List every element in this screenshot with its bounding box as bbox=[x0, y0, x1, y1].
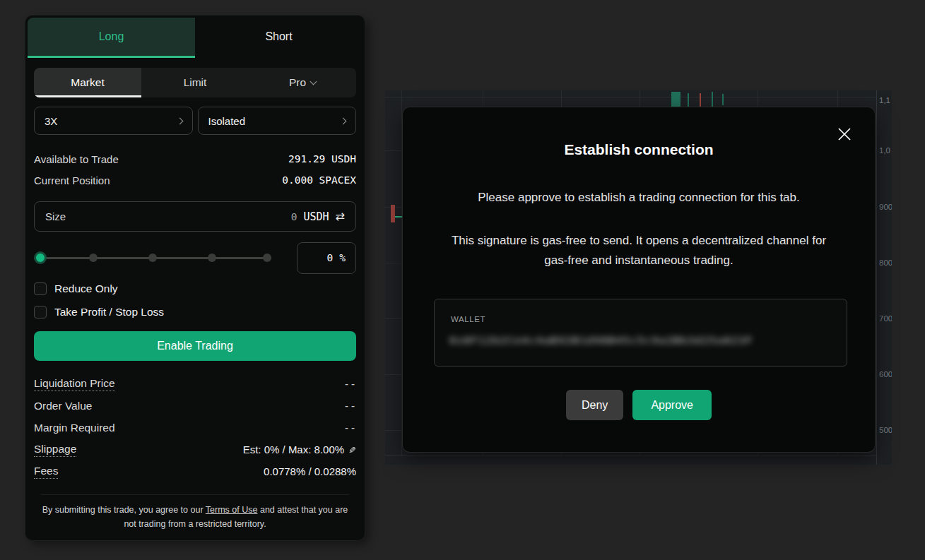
size-unit: USDH bbox=[303, 210, 329, 223]
tab-pro[interactable]: Pro bbox=[249, 68, 356, 97]
detail-row-slippage: Slippage Est: 0% / Max: 8.00%✎ bbox=[34, 439, 356, 460]
close-icon[interactable] bbox=[837, 126, 852, 142]
detail-value: 0.0778% / 0.0288% bbox=[264, 465, 356, 477]
reduce-only-label: Reduce Only bbox=[54, 282, 118, 295]
slider-step[interactable] bbox=[263, 254, 271, 262]
percent-unit: % bbox=[339, 252, 346, 263]
detail-row-liquidation: Liquidation Price -- bbox=[34, 373, 356, 395]
wallet-label: WALLET bbox=[451, 315, 485, 323]
edit-slippage-icon[interactable]: ✎ bbox=[348, 445, 356, 455]
chevron-right-icon bbox=[176, 117, 183, 124]
margin-mode-value: Isolated bbox=[208, 115, 246, 127]
candle bbox=[688, 93, 689, 108]
establish-connection-modal: Establish connection Please approve to e… bbox=[403, 107, 875, 452]
enable-trading-button[interactable]: Enable Trading bbox=[34, 331, 356, 361]
chart-gridline bbox=[401, 90, 402, 455]
modal-paragraph: Please approve to establish a trading co… bbox=[431, 188, 847, 208]
size-value: 0 bbox=[291, 211, 297, 222]
approve-button[interactable]: Approve bbox=[632, 390, 712, 420]
stat-value: 0.000 SPACEX bbox=[282, 174, 356, 186]
modal-title: Establish connection bbox=[403, 141, 875, 158]
wallet-box: WALLET 0x8F12b2Ce4c4aB92B1d98B45c5c9a2Bb… bbox=[434, 299, 847, 367]
chevron-down-icon bbox=[310, 78, 317, 85]
candle bbox=[700, 93, 701, 108]
price-axis-label: 500 bbox=[879, 425, 892, 435]
detail-value: -- bbox=[343, 400, 356, 412]
detail-label: Margin Required bbox=[34, 422, 115, 434]
deny-button[interactable]: Deny bbox=[566, 390, 623, 420]
size-right: 0 USDH ⇄ bbox=[291, 210, 345, 223]
detail-label: Fees bbox=[34, 465, 58, 479]
size-slider-row: 0 % bbox=[34, 241, 356, 275]
price-axis-label: 600 bbox=[879, 369, 892, 379]
terms-of-use-link[interactable]: Terms of Use bbox=[206, 505, 258, 515]
slider-step[interactable] bbox=[89, 254, 98, 262]
size-label: Size bbox=[45, 210, 66, 222]
tab-short[interactable]: Short bbox=[195, 18, 363, 58]
percent-value: 0 bbox=[327, 252, 334, 263]
tab-limit[interactable]: Limit bbox=[141, 68, 249, 97]
reduce-only-checkbox[interactable] bbox=[34, 282, 47, 295]
tab-short-label: Short bbox=[265, 30, 292, 42]
price-axis-label: 800 bbox=[879, 258, 892, 268]
wallet-address-obscured: 0x8F12b2Ce4c4aB92B1d98B45c5c9a2Bb3d25a82… bbox=[449, 335, 753, 346]
account-stats: Available to Trade 291.29 USDH Current P… bbox=[34, 148, 356, 191]
price-axis-label: 700 bbox=[879, 314, 892, 323]
leverage-selector[interactable]: 3X bbox=[34, 107, 193, 135]
time-axis-strip bbox=[385, 455, 876, 465]
trade-panel-body: Market Limit Pro 3X Isolated bbox=[34, 68, 356, 482]
margin-mode-selector[interactable]: Isolated bbox=[198, 107, 357, 135]
detail-row-margin-required: Margin Required -- bbox=[34, 417, 356, 439]
modal-paragraph: This signature is gas-free to send. It o… bbox=[447, 231, 831, 270]
disclaimer: By submitting this trade, you agree to o… bbox=[41, 494, 349, 531]
price-axis-label: 900 bbox=[879, 202, 892, 212]
tab-limit-label: Limit bbox=[184, 76, 207, 89]
detail-value: Est: 0% / Max: 8.00%✎ bbox=[243, 443, 356, 455]
trade-panel: Long Short Market Limit Pro bbox=[25, 16, 365, 540]
leverage-value: 3X bbox=[45, 115, 57, 127]
tab-market-label: Market bbox=[71, 76, 104, 89]
detail-label: Order Value bbox=[34, 400, 92, 412]
leverage-margin-row: 3X Isolated bbox=[34, 107, 356, 135]
reduce-only-row[interactable]: Reduce Only bbox=[34, 280, 356, 298]
tpsl-row[interactable]: Take Profit / Stop Loss bbox=[34, 303, 356, 321]
detail-value: -- bbox=[343, 378, 356, 391]
stat-row-available: Available to Trade 291.29 USDH bbox=[34, 148, 356, 169]
price-axis-label: 1,1 bbox=[879, 95, 892, 105]
tpsl-checkbox[interactable] bbox=[34, 306, 47, 318]
order-details: Liquidation Price -- Order Value -- Marg… bbox=[34, 373, 356, 482]
active-tab-underline bbox=[28, 56, 195, 58]
chevron-right-icon bbox=[340, 117, 347, 124]
stat-row-position: Current Position 0.000 SPACEX bbox=[34, 169, 356, 191]
slider-step[interactable] bbox=[148, 254, 157, 262]
tpsl-label: Take Profit / Stop Loss bbox=[54, 306, 164, 318]
slider-handle[interactable] bbox=[34, 251, 47, 264]
candle bbox=[722, 94, 724, 105]
side-tabs: Long Short bbox=[28, 18, 363, 58]
candle bbox=[391, 205, 395, 222]
slider-step[interactable] bbox=[208, 254, 216, 262]
size-slider[interactable] bbox=[34, 251, 271, 265]
detail-value: -- bbox=[343, 422, 356, 434]
stat-value: 291.29 USDH bbox=[288, 153, 356, 165]
stat-label: Available to Trade bbox=[34, 153, 119, 165]
modal-buttons: Deny Approve bbox=[403, 390, 875, 420]
tab-market[interactable]: Market bbox=[34, 68, 141, 97]
detail-row-order-value: Order Value -- bbox=[34, 395, 356, 417]
candle bbox=[712, 92, 713, 108]
slippage-value: Est: 0% / Max: 8.00% bbox=[243, 443, 344, 455]
price-axis-label: 1,0 bbox=[879, 145, 892, 155]
disclaimer-text: By submitting this trade, you agree to o… bbox=[42, 505, 206, 515]
swap-unit-icon[interactable]: ⇄ bbox=[336, 210, 345, 223]
price-axis-line bbox=[876, 90, 877, 465]
stat-label: Current Position bbox=[34, 174, 110, 186]
order-type-tabs: Market Limit Pro bbox=[34, 68, 356, 97]
detail-label: Slippage bbox=[34, 443, 76, 457]
tab-pro-label: Pro bbox=[289, 76, 306, 89]
size-input[interactable]: Size 0 USDH ⇄ bbox=[34, 201, 356, 232]
chart-gridline bbox=[385, 97, 876, 97]
detail-row-fees: Fees 0.0778% / 0.0288% bbox=[34, 460, 356, 482]
percent-input[interactable]: 0 % bbox=[297, 242, 356, 274]
app-root: 1,1 1,0 900 800 700 600 500 Long Short bbox=[0, 0, 925, 560]
tab-long[interactable]: Long bbox=[28, 18, 195, 58]
